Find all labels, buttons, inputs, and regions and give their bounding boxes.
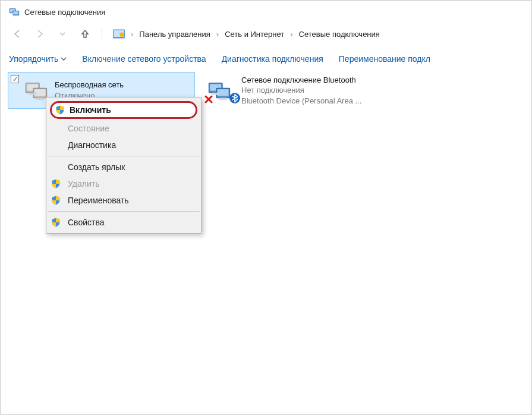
menu-separator [48, 156, 200, 156]
shield-icon [51, 218, 61, 227]
error-x-icon [204, 95, 213, 103]
rename-button[interactable]: Переименование подкл [339, 54, 430, 64]
adapter-status: Нет подключения [241, 85, 361, 96]
shield-icon [51, 179, 61, 188]
nav-up-button[interactable] [77, 26, 93, 42]
command-bar: Упорядочить Включение сетевого устройств… [1, 48, 531, 68]
rename-label: Переименование подкл [339, 54, 430, 64]
breadcrumb[interactable]: › Панель управления › Сеть и Интернет › … [111, 28, 523, 40]
menu-item-enable[interactable]: Включить [50, 101, 197, 119]
enable-device-button[interactable]: Включение сетевого устройства [82, 54, 206, 64]
content-pane: Беспроводная сеть Отключено Сетевое подк… [1, 68, 531, 112]
menu-label: Диагностика [68, 140, 116, 150]
nav-back-button[interactable] [9, 26, 26, 42]
menu-item-rename[interactable]: Переименовать [46, 192, 201, 209]
menu-label: Включить [70, 105, 111, 115]
chevron-right-icon[interactable]: › [289, 30, 294, 39]
menu-separator [48, 211, 200, 212]
menu-label: Создать ярлык [68, 162, 125, 172]
breadcrumb-item[interactable]: Сетевые подключения [297, 29, 382, 40]
context-menu: Включить Состояние Диагностика Создать я… [46, 97, 202, 234]
nav-forward-button[interactable] [32, 26, 48, 42]
adapter-detail: Bluetooth Device (Personal Area ... [241, 96, 361, 106]
menu-label: Свойства [68, 218, 104, 227]
menu-item-properties[interactable]: Свойства [46, 214, 201, 231]
titlebar: Сетевые подключения [1, 1, 531, 20]
chevron-down-icon [61, 56, 67, 62]
adapter-name: Беспроводная сеть [55, 80, 124, 90]
diagnose-button[interactable]: Диагностика подключения [222, 54, 323, 64]
bluetooth-icon [229, 93, 240, 103]
nav-row: › Панель управления › Сеть и Интернет › … [1, 20, 531, 48]
organize-button[interactable]: Упорядочить [9, 54, 67, 64]
diagnose-label: Диагностика подключения [222, 54, 323, 64]
adapter-name: Сетевое подключение Bluetooth [241, 75, 361, 86]
breadcrumb-item[interactable]: Панель управления [137, 29, 212, 40]
shield-icon [51, 196, 61, 205]
window-title: Сетевые подключения [24, 8, 105, 17]
control-panel-icon [113, 28, 125, 40]
network-connections-icon [9, 7, 20, 17]
menu-label: Переименовать [68, 196, 129, 205]
menu-item-diagnostics[interactable]: Диагностика [46, 137, 201, 153]
menu-item-status[interactable]: Состояние [46, 120, 201, 137]
menu-item-create-shortcut[interactable]: Создать ярлык [46, 159, 201, 175]
breadcrumb-item[interactable]: Сеть и Интернет [222, 29, 287, 40]
chevron-right-icon[interactable]: › [130, 30, 134, 39]
shield-icon [55, 105, 65, 115]
enable-device-label: Включение сетевого устройства [82, 54, 206, 64]
selection-checkbox[interactable] [11, 75, 19, 83]
adapter-text: Сетевое подключение Bluetooth Нет подклю… [241, 75, 361, 106]
adapter-item-bluetooth[interactable]: Сетевое подключение Bluetooth Нет подклю… [202, 72, 365, 109]
organize-label: Упорядочить [9, 54, 58, 64]
menu-label: Состояние [68, 124, 109, 133]
adapter-icon-bluetooth [206, 78, 237, 102]
nav-separator [102, 28, 102, 40]
chevron-right-icon[interactable]: › [215, 30, 220, 39]
menu-label: Удалить [68, 179, 99, 188]
nav-recent-button[interactable] [54, 26, 71, 42]
menu-item-delete[interactable]: Удалить [46, 175, 201, 192]
